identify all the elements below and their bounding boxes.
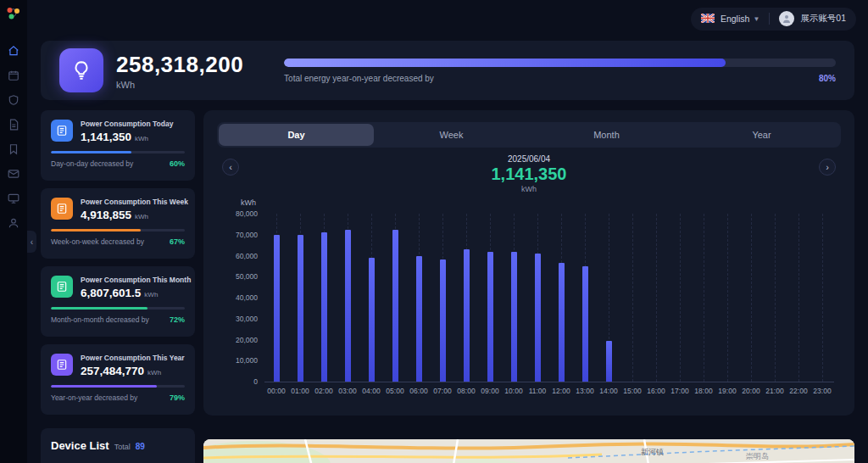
gridline [798,214,799,382]
stat-percent: 72% [170,315,185,324]
prev-day-button[interactable]: ‹ [222,159,239,176]
stat-progress-fill [51,151,131,153]
stat-title: Power Consumption Today [81,120,185,128]
map-label-town: 新河镇 [641,448,664,456]
topbar-divider [769,13,770,25]
chart-bar [416,256,422,382]
stat-title: Power Consumption This Week [81,198,185,206]
stat-card-week[interactable]: Power Consumption This Week 4,918,855 kW… [41,188,195,259]
total-energy-unit: kWh [116,80,243,90]
meter-icon [51,354,73,376]
chart-bar [298,235,303,382]
chart-bar [487,252,493,382]
y-tick-label: 20,000 [217,336,258,344]
stat-value: 4,918,855 [81,209,131,221]
stat-unit: kWh [135,135,148,142]
meter-icon [51,276,73,298]
y-tick-label: 10,000 [217,356,258,365]
gridline [704,214,704,382]
y-tick-label: 50,000 [217,272,258,281]
progress-label: Total energy year-on-year decreased by [284,74,434,83]
sidebar-collapse-handle[interactable]: ‹ [27,231,36,253]
stat-progress-fill [51,307,147,310]
shield-icon[interactable] [8,93,20,106]
stat-unit: kWh [135,213,148,220]
total-energy-card: 258,318,200 kWh Total energy year-on-yea… [41,41,854,100]
language-selector[interactable]: English [721,14,749,24]
stat-progress-track [51,385,185,388]
chart-tabs: DayWeekMonthYear [217,122,841,148]
monitor-icon[interactable] [8,192,20,204]
tab-month[interactable]: Month [529,124,684,146]
stat-label: Day-on-day decreased by [51,159,133,168]
gridline [727,214,728,382]
avatar[interactable] [779,11,794,26]
home-icon[interactable] [8,44,20,57]
y-tick-label: 70,000 [217,231,258,239]
meter-icon [51,198,73,220]
progress-fill [284,59,726,67]
stat-label: Month-on-month decreased by [51,315,149,324]
stat-label: Year-on-year decreased by [51,393,137,402]
total-energy-figure: 258,318,200 kWh [116,52,243,90]
map-label-island: 崇明岛 [746,452,769,460]
bookmark-icon[interactable] [8,142,20,155]
chevron-down-icon[interactable]: ▼ [753,15,760,23]
gridline [680,214,681,382]
tab-day[interactable]: Day [219,124,374,146]
progress-track [284,59,836,67]
chart-bar [345,230,351,382]
stat-card-month[interactable]: Power Consumption This Month 6,807,601.5… [41,266,195,337]
progress-percent: 80% [819,74,836,83]
y-tick-label: 30,000 [217,315,258,323]
stat-progress-fill [51,229,141,232]
chart-bar [274,235,280,382]
stats-column: Power Consumption Today 1,141,350 kWh Da… [41,110,195,422]
stat-title: Power Consumption This Month [81,276,185,284]
stat-value: 1,141,350 [81,131,131,143]
device-map[interactable]: 新河镇 崇明岛 [203,439,854,463]
device-list-title: Device List [51,439,109,452]
mail-icon[interactable] [8,167,20,180]
stat-card-year[interactable]: Power Consumption This Year 257,484,770 … [41,344,195,415]
selected-day-unit: kWh [217,185,841,193]
topbar-user-cluster: English ▼ 展示账号01 [691,8,856,31]
uk-flag-icon [701,11,715,26]
chart-bar [464,249,470,382]
chart-bar [535,254,541,382]
y-tick-label: 40,000 [217,293,258,302]
document-icon[interactable] [8,118,20,131]
y-tick-label: 80,000 [217,209,258,218]
chart-bar [369,258,375,382]
user-icon[interactable] [8,216,20,229]
stat-title: Power Consumption This Year [81,354,185,362]
stat-percent: 60% [170,159,185,168]
app-logo-icon[interactable] [5,5,22,22]
next-day-button[interactable]: › [819,159,836,176]
calendar-icon[interactable] [8,69,20,81]
meter-icon [51,120,73,142]
device-total-value: 89 [136,442,145,451]
total-energy-value: 258,318,200 [116,52,243,78]
hourly-bar-chart: 010,00020,00030,00040,00050,00060,00070,… [217,210,841,405]
gridline [751,214,752,382]
total-energy-progress: Total energy year-on-year decreased by 8… [284,59,836,83]
sidebar [0,0,27,463]
chart-bar [582,266,588,382]
y-tick-label: 0 [217,377,258,386]
tab-week[interactable]: Week [374,124,529,146]
lightbulb-icon [59,48,103,92]
stat-card-today[interactable]: Power Consumption Today 1,141,350 kWh Da… [41,110,195,181]
stat-progress-track [51,151,185,153]
stat-unit: kWh [144,291,158,298]
gridline [632,214,633,382]
account-name[interactable]: 展示账号01 [800,13,846,25]
device-list-card[interactable]: Device List Total 89 [41,428,195,463]
consumption-chart-panel: DayWeekMonthYear ‹ › 2025/06/04 1,141,35… [203,110,854,416]
topbar: English ▼ 展示账号01 [27,0,868,37]
y-tick-label: 60,000 [217,252,258,260]
tab-year[interactable]: Year [684,124,839,146]
stat-percent: 79% [170,393,185,402]
chart-bar [440,259,446,382]
x-tick-label: 23:00 [805,387,839,395]
